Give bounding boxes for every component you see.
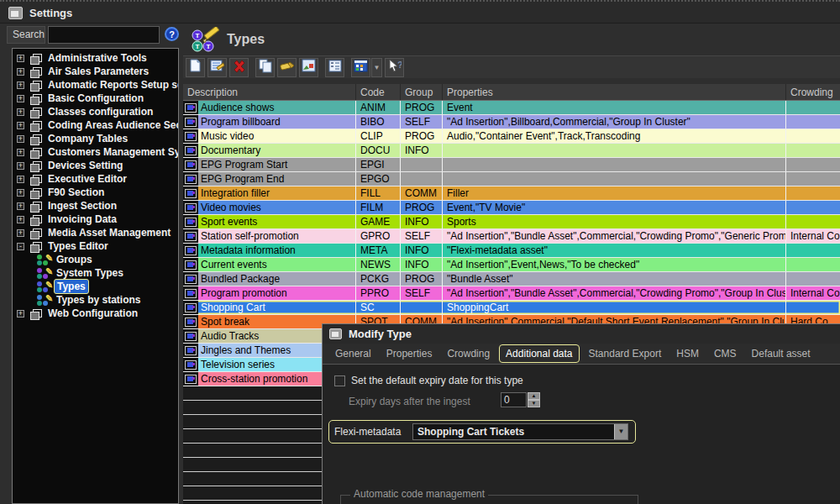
export-image-button[interactable] xyxy=(299,58,318,77)
grid-view-button[interactable] xyxy=(351,58,370,77)
type-icon xyxy=(183,229,198,243)
cell-crowding: Internal Com xyxy=(786,229,840,243)
table-row[interactable]: Program promotionPPROSELF"Ad Insertion",… xyxy=(183,286,840,301)
table-row[interactable]: DocumentaryDOCUINFO xyxy=(183,144,840,158)
expand-toggle-icon[interactable]: + xyxy=(17,176,24,183)
table-row[interactable]: Shopping CartSCShoppingCart xyxy=(183,301,840,315)
sidebar-item-devices-setting[interactable]: +Devices Setting xyxy=(13,159,178,172)
edit-button[interactable] xyxy=(207,58,227,77)
folder-icon xyxy=(30,54,41,63)
delete-button[interactable] xyxy=(229,58,249,77)
table-row[interactable]: Station self-promotionGPROSELF"Ad Insert… xyxy=(183,229,840,244)
tab-general[interactable]: General xyxy=(329,345,377,362)
sidebar-item-types[interactable]: ✎Types xyxy=(13,280,178,293)
expand-toggle-icon[interactable]: + xyxy=(17,202,24,210)
expiry-days-value[interactable]: 0 xyxy=(501,392,527,407)
search-label: Search xyxy=(7,26,45,44)
sidebar-item-executive-editor[interactable]: +Executive Editor xyxy=(13,172,178,186)
expand-toggle-icon[interactable]: + xyxy=(17,229,24,237)
grid-view-dropdown[interactable]: ▼ xyxy=(371,58,382,77)
help-button[interactable]: ? xyxy=(385,58,404,77)
tab-default-asset[interactable]: Default asset xyxy=(746,345,816,362)
table-row[interactable]: Audience showsANIMPROGEvent xyxy=(183,101,840,115)
table-row[interactable]: EPG Program EndEPGO xyxy=(183,172,840,186)
cell-group: SELF xyxy=(401,286,443,300)
search-input[interactable] xyxy=(48,26,160,44)
expiry-days-label: Expiry days after the ingest xyxy=(349,396,470,407)
expand-toggle-icon[interactable]: + xyxy=(17,122,24,129)
tab-properties[interactable]: Properties xyxy=(381,345,438,362)
table-row[interactable]: Integration fillerFILLCOMMFiller xyxy=(183,186,840,201)
sidebar-item-types-by-stations[interactable]: ✎Types by stations xyxy=(13,293,178,307)
table-row[interactable]: EPG Program StartEPGI xyxy=(183,158,840,172)
expiry-checkbox[interactable] xyxy=(334,375,345,386)
cell-properties xyxy=(443,144,786,157)
expand-toggle-icon[interactable]: + xyxy=(17,108,24,116)
column-header-properties[interactable]: Properties xyxy=(443,84,786,100)
table-row[interactable]: Program billboardBIBOSELF"Ad Insertion",… xyxy=(183,115,840,129)
cell-code: FILM xyxy=(356,201,401,214)
expand-toggle-icon[interactable]: + xyxy=(17,95,24,102)
sidebar-item-company-tables[interactable]: +Company Tables xyxy=(13,132,178,145)
table-row[interactable]: Sport eventsGAMEINFOSports xyxy=(183,215,840,229)
sidebar-item-system-types[interactable]: ✎System Types xyxy=(13,266,178,280)
expand-toggle-icon[interactable]: + xyxy=(17,68,24,76)
sidebar-item-automatic-reports-setup-se[interactable]: +Automatic Reports Setup se xyxy=(13,78,178,92)
dialog-titlebar[interactable]: Modify Type xyxy=(323,324,840,344)
sidebar-item-types-editor[interactable]: -Types Editor xyxy=(13,239,178,253)
sidebar-item-coding-areas-audience-sect[interactable]: +Coding Areas Audience Sect xyxy=(13,118,178,132)
expand-toggle-icon[interactable]: - xyxy=(17,243,24,250)
chevron-down-icon[interactable]: ▼ xyxy=(614,424,627,439)
sidebar-item-customers-management-syst[interactable]: +Customers Management Syst xyxy=(13,145,178,159)
tab-additional-data[interactable]: Additional data xyxy=(499,344,579,363)
expand-toggle-icon[interactable]: + xyxy=(17,81,24,89)
table-row[interactable]: Metadata informationMETAINFO"Flexi-metad… xyxy=(183,244,840,258)
tab-hsm[interactable]: HSM xyxy=(670,345,705,362)
column-header-description[interactable]: Description xyxy=(183,84,356,100)
sidebar-item-media-asset-management[interactable]: +Media Asset Management xyxy=(13,226,178,239)
table-row[interactable]: Music videoCLIPPROGAudio,"Container Even… xyxy=(183,129,840,144)
cell-description: EPG Program End xyxy=(198,172,356,186)
cell-crowding xyxy=(786,301,840,314)
cell-crowding xyxy=(786,244,840,257)
column-header-group[interactable]: Group xyxy=(401,84,443,100)
sidebar-item-label: Types xyxy=(54,279,89,294)
tab-crowding[interactable]: Crowding xyxy=(441,345,496,362)
column-header-crowding[interactable]: Crowding xyxy=(786,84,840,100)
expand-toggle-icon[interactable]: + xyxy=(17,162,24,170)
expand-toggle-icon[interactable]: + xyxy=(17,189,24,197)
expand-toggle-icon[interactable]: + xyxy=(17,149,24,156)
sidebar-item-web-configuration[interactable]: +Web Configuration xyxy=(13,307,178,320)
tab-cms[interactable]: CMS xyxy=(708,345,743,362)
new-button[interactable] xyxy=(186,58,205,77)
sidebar-item-administrative-tools[interactable]: +Administrative Tools xyxy=(13,51,178,65)
expand-toggle-icon[interactable]: + xyxy=(17,310,24,318)
table-row[interactable]: Video moviesFILMPROGEvent,"TV Movie" xyxy=(183,201,840,215)
sidebar-item-invoicing-data[interactable]: +Invoicing Data xyxy=(13,213,178,226)
sidebar-item-air-sales-parameters[interactable]: +Air Sales Parameters xyxy=(13,65,178,78)
sidebar-item-groups[interactable]: ✎Groups xyxy=(13,253,178,266)
sidebar-item-classes-configuration[interactable]: +Classes configuration xyxy=(13,105,178,118)
cell-code: GAME xyxy=(356,215,401,228)
sidebar-item-f90-section[interactable]: +F90 Section xyxy=(13,186,178,199)
copy-button[interactable] xyxy=(255,58,275,77)
cell-description: Integration filler xyxy=(198,186,356,200)
table-row[interactable]: Bundled PackagePCKGPROG"Bundle Asset" xyxy=(183,272,840,286)
stepper-up-icon[interactable]: ▲ xyxy=(528,392,540,400)
column-header-code[interactable]: Code xyxy=(356,84,401,100)
flexi-metadata-select[interactable]: Shopping Cart Tickets ▼ xyxy=(412,423,628,440)
tab-standard-export[interactable]: Standard Export xyxy=(583,345,668,362)
rename-button[interactable] xyxy=(277,58,297,77)
stepper-down-icon[interactable]: ▼ xyxy=(528,400,540,407)
expand-toggle-icon[interactable]: + xyxy=(17,135,24,143)
type-icon xyxy=(183,372,198,386)
expand-toggle-icon[interactable]: + xyxy=(17,55,24,62)
expand-toggle-icon[interactable]: + xyxy=(17,216,24,223)
sidebar-item-basic-configuration[interactable]: +Basic Configuration xyxy=(13,92,178,105)
table-row[interactable]: Current eventsNEWSINFO"Ad Insertion",Eve… xyxy=(183,258,840,272)
modify-type-dialog: Modify Type GeneralPropertiesCrowdingAdd… xyxy=(322,323,840,504)
help-icon[interactable]: ? xyxy=(165,27,179,41)
details-button[interactable] xyxy=(325,58,344,77)
cell-group: PROG xyxy=(401,101,443,114)
sidebar-item-ingest-section[interactable]: +Ingest Section xyxy=(13,199,178,213)
